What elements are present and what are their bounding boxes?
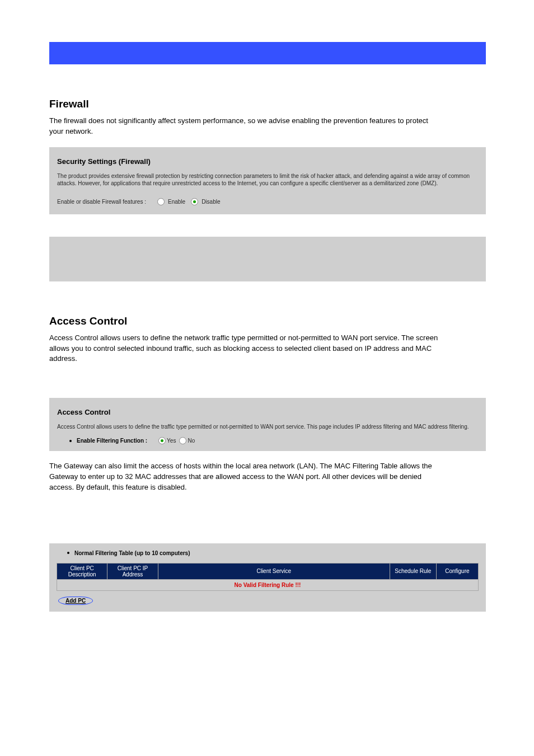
panel-desc-firewall: The product provides extensive firewall …	[57, 172, 478, 187]
panel-desc-ac: Access Control allows users to define th…	[57, 423, 478, 430]
panel-filtering-table: Normal Filtering Table (up to 10 compute…	[49, 543, 486, 612]
th-client-service: Client Service	[158, 563, 390, 579]
add-pc-wrap: Add PC	[58, 597, 480, 605]
radio-yes-label: Yes	[167, 438, 176, 444]
doc-section-access-control: Access Control Access Control allows use…	[49, 315, 534, 365]
panel-heading-firewall: Security Settings (Firewall)	[57, 157, 478, 166]
filtering-table: Client PC Description Client PC IP Addre…	[57, 563, 479, 591]
grey-strip	[49, 237, 486, 281]
radio-yes[interactable]	[158, 437, 166, 444]
radio-disable[interactable]	[191, 198, 198, 205]
section-para-mac-filtering: The Gateway can also limit the access of…	[49, 461, 441, 493]
filtering-table-title-row: Normal Filtering Table (up to 10 compute…	[67, 550, 480, 556]
firewall-enable-label: Enable or disable Firewall features :	[57, 199, 146, 205]
table-header-row: Client PC Description Client PC IP Addre…	[57, 563, 479, 579]
th-configure: Configure	[436, 563, 478, 579]
add-pc-button[interactable]: Add PC	[58, 597, 93, 605]
section-para-access-control: Access Control allows users to define th…	[49, 333, 441, 365]
th-schedule-rule: Schedule Rule	[390, 563, 436, 579]
panel-access-control: Access Control Access Control allows use…	[49, 398, 486, 451]
bullet-icon	[69, 440, 72, 442]
filtering-function-row: Enable Filtering Function : Yes No	[69, 437, 478, 444]
section-title-access-control: Access Control	[49, 315, 534, 327]
table-row-empty: No Valid Filtering Rule !!!	[57, 579, 479, 590]
radio-no[interactable]	[179, 437, 186, 444]
radio-no-label: No	[188, 438, 195, 444]
doc-section-firewall: Firewall The firewall does not significa…	[49, 98, 534, 137]
section-title-firewall: Firewall	[49, 98, 534, 110]
panel-heading-ac: Access Control	[57, 408, 478, 416]
radio-disable-label: Disable	[202, 199, 220, 205]
bullet-icon	[67, 552, 69, 554]
radio-enable-label: Enable	[168, 199, 185, 205]
no-valid-rule-msg: No Valid Filtering Rule !!!	[57, 579, 479, 590]
panel-firewall-settings: Security Settings (Firewall) The product…	[49, 147, 486, 214]
th-client-pc-desc: Client PC Description	[57, 563, 107, 579]
th-client-pc-ip: Client PC IP Address	[107, 563, 158, 579]
radio-enable[interactable]	[157, 198, 165, 205]
filtering-function-label: Enable Filtering Function :	[77, 438, 147, 444]
firewall-enable-row: Enable or disable Firewall features : En…	[57, 198, 478, 205]
header-blue-bar	[49, 42, 486, 64]
filtering-table-title: Normal Filtering Table (up to 10 compute…	[74, 550, 190, 556]
section-para-firewall: The firewall does not significantly affe…	[49, 116, 441, 137]
